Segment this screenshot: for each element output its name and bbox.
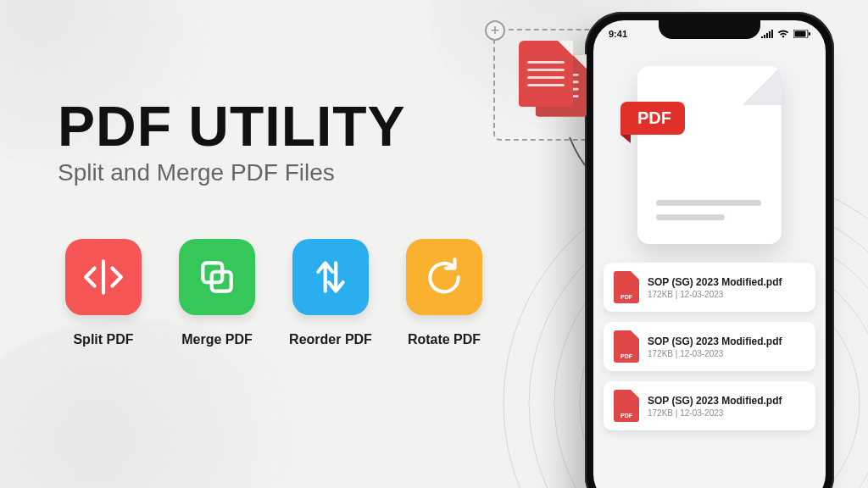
status-time: 9:41 (609, 29, 627, 39)
tile-label: Reorder PDF (289, 332, 372, 347)
tile-split-pdf[interactable]: Split PDF (61, 239, 146, 347)
tile-merge-pdf[interactable]: Merge PDF (175, 239, 259, 347)
merge-icon (179, 239, 255, 315)
battery-icon (793, 30, 810, 38)
file-name: SOP (SG) 2023 Modified.pdf (648, 276, 782, 288)
page-title: PDF UTILITY (58, 98, 406, 154)
list-item[interactable]: SOP (SG) 2023 Modified.pdf 172KB | 12-03… (604, 322, 815, 371)
svg-rect-12 (795, 31, 806, 37)
feature-tiles: Split PDF Merge PDF Reorder PDF (61, 239, 487, 347)
hero: PDF UTILITY Split and Merge PDF Files (58, 98, 406, 186)
phone-mockup: 9:41 PDF SOP (SG) 2023 Modified.pdf 172K… (585, 12, 834, 488)
tile-label: Merge PDF (181, 332, 253, 347)
page-subtitle: Split and Merge PDF Files (58, 159, 406, 186)
file-list: SOP (SG) 2023 Modified.pdf 172KB | 12-03… (604, 263, 815, 430)
list-item[interactable]: SOP (SG) 2023 Modified.pdf 172KB | 12-03… (604, 263, 815, 312)
file-name: SOP (SG) 2023 Modified.pdf (648, 395, 782, 407)
pdf-file-icon (614, 271, 639, 303)
tile-label: Rotate PDF (408, 332, 481, 347)
rotate-icon (406, 239, 482, 315)
pdf-hero-illustration: PDF (637, 66, 782, 244)
wifi-icon (777, 30, 789, 38)
file-meta: 172KB | 12-03-2023 (648, 408, 782, 418)
document-icon (519, 41, 573, 107)
tile-rotate-pdf[interactable]: Rotate PDF (402, 239, 487, 347)
plus-icon: + (485, 20, 505, 41)
file-meta: 172KB | 12-03-2023 (648, 290, 782, 299)
file-name: SOP (SG) 2023 Modified.pdf (648, 336, 782, 347)
split-icon (65, 239, 142, 315)
tile-reorder-pdf[interactable]: Reorder PDF (288, 239, 373, 347)
phone-screen: 9:41 PDF SOP (SG) 2023 Modified.pdf 172K… (593, 20, 826, 488)
list-item[interactable]: SOP (SG) 2023 Modified.pdf 172KB | 12-03… (604, 381, 815, 430)
svg-rect-13 (809, 32, 810, 36)
signal-icon (761, 30, 773, 38)
pdf-badge: PDF (620, 102, 685, 135)
tile-label: Split PDF (73, 332, 133, 347)
pdf-file-icon (614, 330, 639, 363)
status-bar: 9:41 (593, 20, 826, 47)
file-meta: 172KB | 12-03-2023 (648, 349, 782, 358)
pdf-file-icon (614, 390, 639, 422)
reorder-icon (292, 239, 369, 315)
